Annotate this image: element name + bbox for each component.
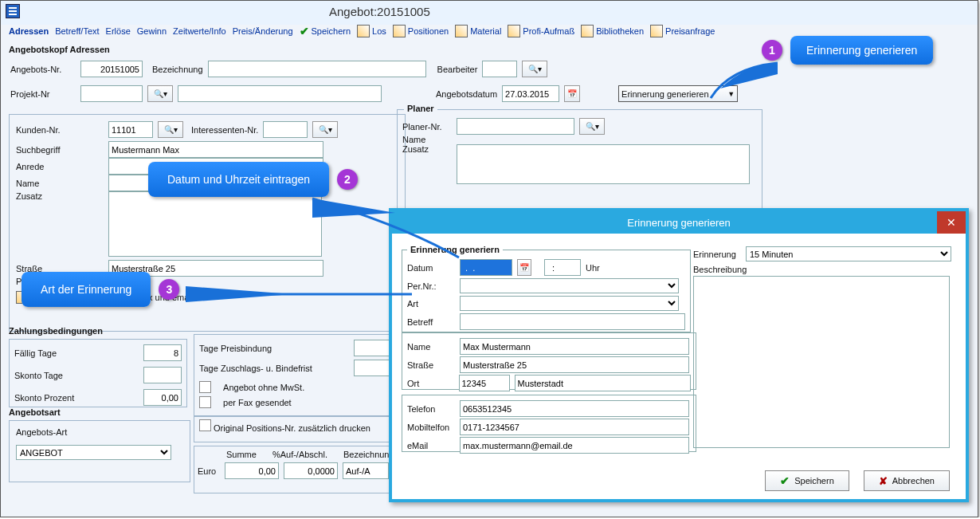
origpos-check[interactable]: [199, 419, 211, 431]
dialog-close-button[interactable]: ✕: [937, 211, 966, 234]
summe-hdr: Summe: [226, 450, 257, 459]
datum-field[interactable]: [460, 259, 512, 276]
perfax-check[interactable]: [199, 396, 211, 408]
dstrasse-label: Straße: [407, 360, 455, 370]
telefon-field[interactable]: [460, 400, 689, 417]
faellig-field[interactable]: [143, 344, 182, 361]
dialog-titlebar: Erinnerung generieren ✕: [392, 211, 966, 234]
telefon-label: Telefon: [407, 404, 455, 414]
menu-preisanfrage[interactable]: Preisanfrage: [650, 25, 715, 37]
origpos-label: Original Positions-Nr. zusätzlich drucke…: [214, 423, 370, 433]
zusatz-label: Zusatz: [16, 191, 104, 201]
email-label: eMail: [407, 441, 455, 450]
menu-los[interactable]: Los: [357, 25, 386, 37]
interessenten-field[interactable]: [263, 121, 308, 138]
projekt-desc-field[interactable]: [178, 85, 382, 102]
dstrasse-field[interactable]: [460, 356, 689, 373]
callout-3: Art der Erinnerung 3: [22, 272, 179, 307]
menu-betreff[interactable]: Betreff/Text: [55, 25, 99, 37]
angebotsdatum-label: Angebotsdatum: [436, 89, 497, 99]
preisanfrage-icon: [650, 25, 663, 37]
x-icon: ✘: [879, 475, 888, 487]
menu-erloese[interactable]: Erlöse: [106, 25, 131, 37]
zahlung-legend: Zahlungsbedingungen: [9, 326, 187, 336]
mobil-field[interactable]: [460, 419, 689, 435]
projekt-lookup[interactable]: 🔍▾: [147, 85, 173, 102]
perfax-label: per Fax gesendet: [223, 398, 292, 407]
skonto-proz-label: Skonto Prozent: [14, 393, 74, 403]
callout-3-num: 3: [159, 279, 179, 300]
suchbegriff-label: Suchbegriff: [16, 145, 104, 155]
angebotsdatum-field[interactable]: [502, 85, 559, 102]
bezeich-hdr: Bezeichnung: [343, 450, 394, 459]
tage-preis-label: Tage Preisbindung: [199, 344, 272, 353]
projekt-field[interactable]: [80, 85, 143, 102]
callout-2: Datum und Uhrzeit eintragen 2: [148, 162, 358, 197]
callout-2-tail: [308, 194, 467, 265]
skonto-proz-field[interactable]: [143, 389, 182, 406]
check-icon: ✔: [780, 474, 790, 487]
planer-zusatz-field[interactable]: [457, 144, 750, 184]
planer-nr-field[interactable]: [457, 118, 574, 135]
menu-bibliotheken[interactable]: Bibliotheken: [581, 25, 644, 37]
beschreibung-field[interactable]: [693, 276, 950, 448]
skonto-tage-field[interactable]: [143, 367, 182, 383]
dplz-field[interactable]: [459, 375, 510, 391]
menu-gewinn[interactable]: Gewinn: [137, 25, 167, 37]
angebots-nr-field[interactable]: [80, 61, 143, 77]
material-icon: [455, 25, 468, 37]
head-legend: Angebotskopf Adressen: [9, 45, 110, 54]
art-select[interactable]: ANGEBOT: [16, 445, 171, 460]
tage-preis-field[interactable]: [354, 340, 390, 356]
callout-3-tail: [181, 283, 420, 307]
menu-speichern[interactable]: ✔Speichern: [300, 25, 351, 37]
main-window: Angebot:20151005 Adressen Betreff/Text E…: [0, 0, 978, 517]
art-legend: Angebotsart: [9, 407, 190, 417]
calendar-icon[interactable]: 📅: [564, 85, 580, 102]
zahlung-area: Zahlungsbedingungen Fällig Tage Skonto T…: [9, 326, 187, 407]
planer-name-label: Name: [402, 135, 452, 144]
date-picker-icon[interactable]: 📅: [517, 259, 531, 276]
menu-profi[interactable]: Profi-Aufmaß: [508, 25, 574, 37]
bearbeiter-lookup[interactable]: 🔍▾: [522, 61, 547, 77]
planer-lookup[interactable]: 🔍▾: [579, 118, 605, 135]
bearbeiter-field[interactable]: [482, 61, 517, 77]
dialog-button-row: ✔Speichern ✘Abbrechen: [765, 470, 950, 491]
dialog-save-button[interactable]: ✔Speichern: [765, 470, 849, 491]
ohne-mwst-check[interactable]: [199, 381, 211, 393]
dort-field[interactable]: [515, 375, 692, 391]
dname-field[interactable]: [460, 338, 689, 355]
callout-1: Erinnerung generieren 1: [762, 36, 933, 65]
kunden-nr-field[interactable]: [108, 121, 153, 138]
bezeichnung-label: Bezeichnung: [152, 65, 203, 74]
bezeichnung-field[interactable]: [208, 61, 426, 77]
callout-2-text: Datum und Uhrzeit eintragen: [148, 162, 329, 197]
aufabschl-hdr: %Auf-/Abschl.: [272, 450, 327, 459]
pernr-select[interactable]: [460, 278, 679, 293]
dname-label: Name: [407, 342, 455, 352]
skonto-tage-label: Skonto Tage: [14, 371, 63, 380]
menu-material[interactable]: Material: [455, 25, 501, 37]
summe-field[interactable]: [225, 462, 279, 479]
uhr-field[interactable]: [544, 259, 581, 276]
titlebar: Angebot:20151005: [1, 1, 978, 22]
art-select-dialog[interactable]: [460, 296, 679, 311]
zusatz-field[interactable]: [108, 191, 322, 257]
interessenten-lookup[interactable]: 🔍▾: [312, 121, 338, 138]
kunden-lookup[interactable]: 🔍▾: [158, 121, 183, 138]
bezeich-field[interactable]: [343, 462, 389, 479]
aufabschl-field[interactable]: [284, 462, 338, 479]
callout-2-num: 2: [337, 169, 358, 190]
tage-zuschlag-field[interactable]: [354, 360, 390, 376]
menu-positionen[interactable]: Positionen: [393, 25, 449, 37]
email-field[interactable]: [460, 437, 689, 454]
menu-preis[interactable]: Preis/Änderung: [233, 25, 293, 37]
dialog-cancel-button[interactable]: ✘Abbrechen: [864, 470, 950, 491]
menu-zeitwerte[interactable]: Zeitwerte/Info: [173, 25, 226, 37]
dort-label: Ort: [407, 379, 454, 388]
planer-legend: Planer: [404, 104, 437, 113]
betreff-field[interactable]: [460, 313, 685, 330]
menu-adressen[interactable]: Adressen: [9, 25, 49, 37]
suchbegriff-field[interactable]: [108, 141, 323, 158]
erinnerung-select[interactable]: 15 Minuten: [746, 246, 951, 261]
